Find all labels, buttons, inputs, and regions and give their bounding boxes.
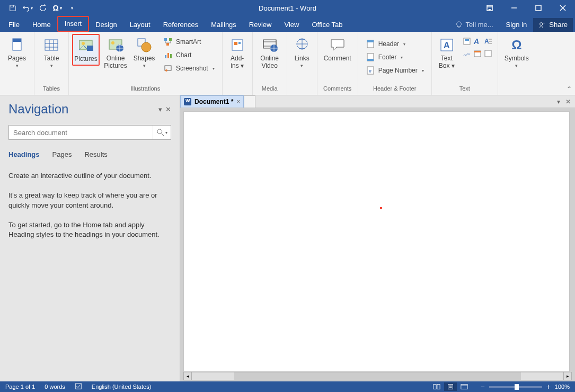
svg-rect-9 — [87, 46, 93, 51]
window-buttons — [477, 0, 575, 16]
online-pictures-button[interactable]: OnlinePictures — [102, 34, 129, 72]
pictures-icon — [77, 37, 94, 54]
share-button[interactable]: Share — [533, 18, 573, 32]
zoom-knob[interactable] — [515, 384, 519, 390]
online-video-button[interactable]: OnlineVideo — [256, 34, 284, 72]
ribbon-group-tables: Table ▾ Tables — [34, 32, 69, 95]
status-word-count[interactable]: 0 words — [45, 384, 65, 390]
nav-options-icon[interactable]: ▾ — [158, 105, 162, 113]
text-cursor — [380, 207, 382, 209]
zoom-level[interactable]: 100% — [555, 384, 570, 390]
text-box-button[interactable]: A TextBox ▾ — [435, 34, 458, 72]
view-buttons — [430, 382, 471, 391]
nav-tab-headings[interactable]: Headings — [8, 150, 40, 161]
pictures-button[interactable]: Pictures — [72, 34, 100, 66]
scroll-track[interactable] — [191, 372, 564, 380]
search-icon[interactable]: ▾ — [153, 126, 171, 139]
pages-button[interactable]: Pages ▾ — [3, 34, 31, 71]
document-area: Document1 * × ▾ ✕ ◂ ▸ — [180, 95, 575, 381]
search-input[interactable] — [9, 129, 153, 137]
web-layout-icon[interactable] — [458, 382, 471, 391]
svg-rect-16 — [169, 38, 172, 41]
zoom-slider[interactable] — [489, 386, 542, 388]
svg-point-45 — [157, 129, 162, 134]
object-icon[interactable] — [484, 49, 492, 59]
print-layout-icon[interactable] — [444, 382, 457, 391]
document-page[interactable] — [183, 111, 570, 372]
symbol-omega-icon[interactable]: Ω▾ — [51, 2, 64, 14]
scroll-right-icon[interactable]: ▸ — [563, 372, 572, 380]
symbols-button[interactable]: Ω Symbols ▾ — [501, 34, 532, 71]
svg-rect-5 — [13, 39, 21, 42]
status-language[interactable]: English (United States) — [92, 384, 152, 390]
tab-references[interactable]: References — [157, 18, 205, 32]
ribbon-group-media: OnlineVideo Media — [253, 32, 287, 95]
table-button[interactable]: Table ▾ — [38, 34, 65, 71]
footer-button[interactable]: Footer▾ — [364, 51, 426, 63]
date-time-icon[interactable] — [473, 49, 482, 59]
group-label-comments: Comments — [317, 85, 358, 95]
shapes-icon — [136, 37, 153, 54]
search-box[interactable]: ▾ — [8, 125, 171, 140]
tab-insert[interactable]: Insert — [57, 16, 90, 32]
sign-in-button[interactable]: Sign in — [500, 18, 534, 32]
svg-rect-15 — [164, 38, 167, 41]
screenshot-button[interactable]: Screenshot▾ — [161, 63, 217, 74]
addins-button[interactable]: Add-ins ▾ — [226, 34, 249, 72]
zoom-in-button[interactable]: + — [546, 382, 551, 391]
proofing-icon[interactable] — [75, 382, 82, 391]
svg-rect-48 — [437, 385, 440, 389]
tab-layout[interactable]: Layout — [123, 18, 157, 32]
close-tab-icon[interactable]: × — [236, 98, 240, 105]
document-tab[interactable]: Document1 * × — [180, 95, 244, 108]
page-number-button[interactable]: # Page Number▾ — [364, 65, 426, 76]
wordart-icon[interactable]: A — [473, 37, 482, 47]
quick-parts-icon[interactable] — [463, 37, 471, 47]
smartart-button[interactable]: SmartArt — [161, 36, 217, 48]
tab-file[interactable]: File — [2, 18, 26, 32]
chart-button[interactable]: Chart — [161, 49, 217, 61]
header-button[interactable]: Header▾ — [364, 38, 426, 50]
minimize-button[interactable] — [502, 0, 526, 16]
collapse-ribbon-icon[interactable]: ⌃ — [567, 85, 572, 93]
new-tab-button[interactable] — [244, 95, 255, 108]
svg-rect-6 — [45, 40, 58, 50]
ribbon-group-comments: Comment Comments — [317, 32, 358, 95]
read-mode-icon[interactable] — [430, 382, 443, 391]
ribbon-group-links: Links ▾ — [287, 32, 317, 95]
ribbon-display-options-icon[interactable] — [477, 0, 502, 16]
close-button[interactable] — [551, 0, 575, 16]
nav-tab-pages[interactable]: Pages — [52, 150, 72, 161]
maximize-button[interactable] — [526, 0, 551, 16]
svg-rect-17 — [166, 43, 169, 46]
tab-home[interactable]: Home — [26, 18, 57, 32]
tab-mailings[interactable]: Mailings — [205, 18, 243, 32]
tell-me-search[interactable]: Tell me... — [449, 18, 500, 32]
undo-icon[interactable]: ▾ — [21, 2, 34, 14]
pages-icon — [8, 37, 25, 54]
zoom-out-button[interactable]: − — [480, 382, 484, 391]
nav-tab-results[interactable]: Results — [84, 150, 107, 161]
drop-cap-icon[interactable]: A — [484, 37, 492, 47]
signature-line-icon[interactable] — [463, 49, 471, 59]
redo-icon[interactable] — [36, 2, 49, 14]
tab-review[interactable]: Review — [243, 18, 278, 32]
scroll-left-icon[interactable]: ◂ — [183, 372, 192, 380]
links-button[interactable]: Links ▾ — [290, 34, 314, 71]
tab-office-tab[interactable]: Office Tab — [305, 18, 349, 32]
customize-qat-icon[interactable]: ▾ — [66, 2, 78, 14]
doc-close-icon[interactable]: ✕ — [565, 98, 571, 105]
svg-rect-43 — [485, 50, 491, 57]
svg-rect-47 — [434, 385, 436, 389]
horizontal-scrollbar[interactable]: ◂ ▸ — [180, 372, 575, 381]
status-page[interactable]: Page 1 of 1 — [5, 384, 35, 390]
save-icon[interactable] — [6, 2, 19, 14]
tab-design[interactable]: Design — [89, 18, 123, 32]
quick-access-toolbar: ▾ Ω▾ ▾ — [0, 2, 78, 14]
comment-button[interactable]: Comment — [321, 34, 355, 65]
shapes-button[interactable]: Shapes ▾ — [131, 34, 157, 71]
scroll-thumb[interactable] — [234, 372, 521, 380]
tab-view[interactable]: View — [278, 18, 305, 32]
nav-close-icon[interactable]: ✕ — [165, 105, 171, 113]
doc-menu-icon[interactable]: ▾ — [557, 98, 560, 105]
